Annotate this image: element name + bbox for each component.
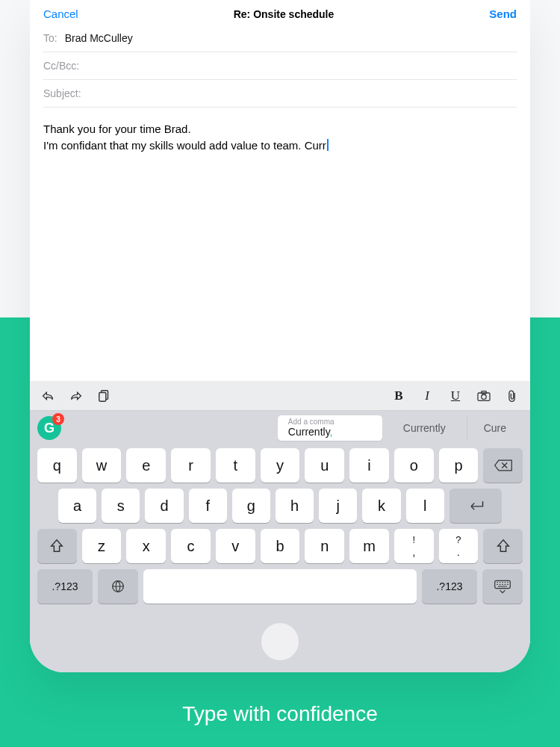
- key-x[interactable]: x: [126, 529, 166, 563]
- home-button[interactable]: [261, 623, 299, 660]
- key-a[interactable]: a: [58, 489, 96, 523]
- svg-rect-4: [482, 391, 486, 393]
- key-s[interactable]: s: [102, 489, 140, 523]
- promo-tagline: Type with confidence: [0, 702, 560, 726]
- copy-icon[interactable]: [97, 389, 112, 403]
- compose-fields: To: Brad McCulley Cc/Bcc: Subject:: [30, 25, 530, 108]
- body-line-2: I'm confidant that my skills would add v…: [43, 137, 517, 154]
- body-line-1: Thank you for your time Brad.: [43, 121, 517, 137]
- key-q[interactable]: q: [37, 448, 77, 483]
- key-row-2: a s d f g h j k l: [37, 489, 523, 523]
- key-dismiss-keyboard[interactable]: [482, 569, 523, 604]
- key-d[interactable]: d: [145, 489, 183, 523]
- key-g[interactable]: g: [232, 489, 270, 523]
- key-y[interactable]: y: [261, 448, 300, 483]
- send-button[interactable]: Send: [489, 7, 517, 20]
- key-c[interactable]: c: [171, 529, 211, 563]
- key-space[interactable]: [143, 569, 417, 604]
- key-h[interactable]: h: [276, 489, 314, 523]
- cc-bcc-field[interactable]: Cc/Bcc:: [43, 52, 517, 80]
- key-r[interactable]: r: [171, 448, 211, 483]
- key-return[interactable]: [449, 489, 502, 523]
- bold-button[interactable]: B: [391, 388, 406, 403]
- italic-button[interactable]: I: [420, 388, 435, 403]
- attachment-icon[interactable]: [505, 389, 520, 403]
- cc-bcc-label: Cc/Bcc:: [43, 60, 79, 72]
- underline-button[interactable]: U: [448, 388, 463, 403]
- key-period[interactable]: ?.: [439, 529, 479, 563]
- suggestion-alt-2[interactable]: Cure: [467, 416, 523, 440]
- formatting-toolbar: B I U: [30, 381, 530, 411]
- suggestion-alt-1[interactable]: Currently: [387, 416, 462, 440]
- to-field[interactable]: To: Brad McCulley: [43, 25, 517, 52]
- key-row-4: .?123 .?123: [37, 569, 523, 604]
- suggestion-hint: Add a comma: [288, 418, 372, 426]
- suggestion-bar: G 3 Add a comma Currently, Currently Cur…: [30, 411, 530, 445]
- undo-icon[interactable]: [40, 390, 55, 402]
- text-cursor: [327, 139, 329, 151]
- key-backspace[interactable]: [483, 448, 523, 483]
- subject-field[interactable]: Subject:: [43, 80, 517, 108]
- compose-title: Re: Onsite schedule: [78, 8, 490, 20]
- svg-point-3: [482, 394, 486, 399]
- compose-navbar: Cancel Re: Onsite schedule Send: [30, 0, 530, 25]
- svg-rect-1: [99, 392, 106, 401]
- key-k[interactable]: k: [362, 489, 400, 523]
- key-n[interactable]: n: [305, 529, 344, 563]
- key-l[interactable]: l: [406, 489, 444, 523]
- key-comma[interactable]: !,: [394, 529, 434, 563]
- key-symbols-left[interactable]: .?123: [37, 569, 93, 604]
- subject-label: Subject:: [43, 87, 81, 99]
- key-z[interactable]: z: [82, 529, 122, 563]
- key-f[interactable]: f: [189, 489, 227, 523]
- key-i[interactable]: i: [349, 448, 389, 483]
- key-p[interactable]: p: [439, 448, 479, 483]
- key-w[interactable]: w: [82, 448, 122, 483]
- key-shift-right[interactable]: [483, 529, 523, 563]
- compose-body[interactable]: Thank you for your time Brad. I'm confid…: [30, 108, 530, 381]
- key-row-1: q w e r t y u i o p: [37, 448, 523, 483]
- key-m[interactable]: m: [349, 529, 389, 563]
- key-symbols-right[interactable]: .?123: [422, 569, 477, 604]
- grammarly-icon[interactable]: G 3: [37, 416, 61, 440]
- camera-icon[interactable]: [476, 390, 491, 402]
- key-v[interactable]: v: [216, 529, 255, 563]
- suggestion-primary-word: Currently,: [288, 426, 372, 438]
- key-j[interactable]: j: [319, 489, 357, 523]
- device-frame: Cancel Re: Onsite schedule Send To: Brad…: [30, 0, 530, 672]
- cancel-button[interactable]: Cancel: [43, 7, 78, 20]
- key-globe[interactable]: [98, 569, 138, 604]
- key-row-3: z x c v b n m !, ?.: [37, 529, 523, 563]
- key-e[interactable]: e: [126, 448, 166, 483]
- grammarly-badge: 3: [52, 413, 64, 425]
- to-label: To:: [43, 32, 57, 44]
- key-grid: q w e r t y u i o p a s d f g h: [30, 445, 530, 611]
- key-u[interactable]: u: [305, 448, 344, 483]
- key-b[interactable]: b: [261, 529, 300, 563]
- redo-icon[interactable]: [69, 390, 84, 402]
- key-o[interactable]: o: [394, 448, 434, 483]
- key-t[interactable]: t: [216, 448, 255, 483]
- key-shift-left[interactable]: [37, 529, 77, 563]
- suggestion-primary[interactable]: Add a comma Currently,: [278, 415, 382, 441]
- to-value: Brad McCulley: [65, 32, 133, 44]
